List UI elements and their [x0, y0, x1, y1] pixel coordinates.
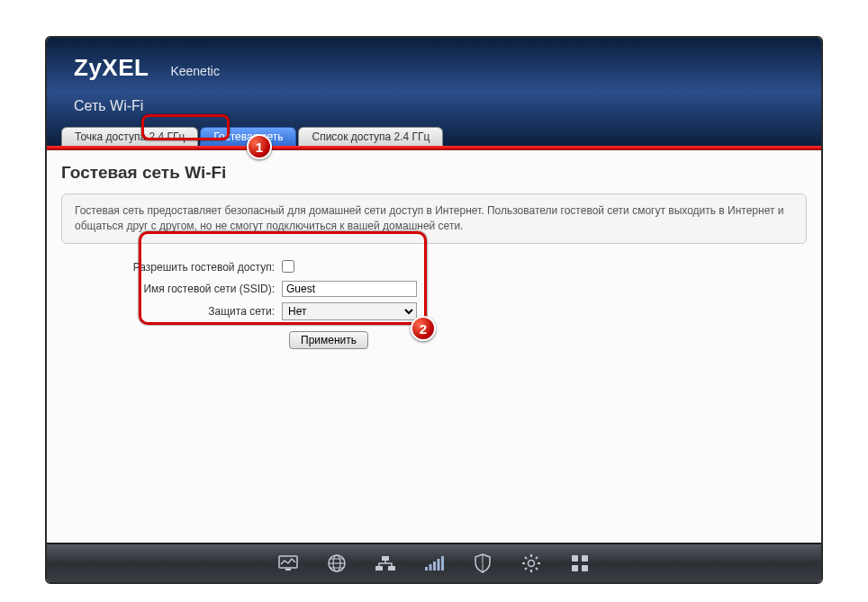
svg-rect-9: [388, 566, 395, 571]
label-security: Защита сети:: [61, 305, 282, 318]
page-title: Сеть Wi-Fi: [74, 98, 794, 114]
apply-button[interactable]: Применить: [289, 331, 368, 349]
tab-bar: Точка доступа 2.4 ГГц Гостевая сеть Спис…: [61, 127, 807, 146]
tab-label: Гостевая сеть: [213, 130, 283, 143]
label-allow-guest: Разрешить гостевой доступ:: [61, 261, 282, 274]
svg-rect-1: [285, 569, 291, 571]
header: ZyXEL Keenetic Сеть Wi-Fi Точка доступа …: [47, 38, 821, 146]
svg-rect-12: [433, 562, 436, 571]
logo: ZyXEL: [74, 54, 149, 82]
svg-rect-11: [429, 564, 432, 571]
section-title: Гостевая сеть Wi-Fi: [61, 163, 807, 183]
svg-line-21: [536, 568, 538, 570]
svg-rect-24: [572, 555, 578, 562]
wifi-icon[interactable]: [422, 552, 446, 575]
info-box: Гостевая сеть предоставляет безопасный д…: [61, 193, 807, 244]
row-allow-guest: Разрешить гостевой доступ:: [61, 260, 807, 275]
shield-icon[interactable]: [471, 552, 494, 575]
checkbox-allow-guest[interactable]: [282, 260, 294, 273]
form-zone: Разрешить гостевой доступ: Имя гостевой …: [61, 255, 807, 355]
svg-line-23: [525, 568, 527, 570]
row-security: Защита сети: Нет: [61, 302, 807, 320]
select-security[interactable]: Нет: [282, 302, 417, 320]
input-ssid[interactable]: [282, 281, 417, 297]
globe-icon[interactable]: [325, 552, 348, 575]
svg-rect-27: [582, 565, 588, 571]
svg-rect-8: [375, 566, 383, 571]
tab-label: Точка доступа 2.4 ГГц: [75, 130, 185, 143]
svg-line-22: [536, 557, 538, 559]
model-name: Keenetic: [170, 64, 219, 78]
svg-line-20: [525, 557, 527, 559]
svg-rect-10: [425, 567, 428, 571]
brand-row: ZyXEL Keenetic: [74, 54, 794, 82]
content-area: Гостевая сеть Wi-Fi Гостевая сеть предос…: [47, 150, 821, 543]
bottom-nav: [47, 543, 821, 582]
tab-label: Список доступа 2.4 ГГц: [312, 130, 429, 143]
gear-icon[interactable]: [520, 552, 543, 575]
row-ssid: Имя гостевой сети (SSID):: [61, 281, 807, 297]
app-frame: ZyXEL Keenetic Сеть Wi-Fi Точка доступа …: [45, 36, 823, 584]
tab-guest-network[interactable]: Гостевая сеть: [200, 127, 296, 146]
svg-point-15: [529, 561, 535, 567]
svg-rect-13: [438, 559, 440, 571]
svg-rect-14: [441, 556, 444, 571]
svg-rect-26: [572, 565, 578, 571]
network-icon[interactable]: [374, 552, 397, 575]
tab-access-list[interactable]: Список доступа 2.4 ГГц: [298, 127, 443, 146]
tab-access-point[interactable]: Точка доступа 2.4 ГГц: [61, 127, 198, 146]
monitor-icon[interactable]: [276, 552, 300, 575]
apps-icon[interactable]: [568, 552, 592, 575]
svg-rect-7: [382, 556, 389, 561]
svg-rect-25: [582, 555, 588, 562]
label-ssid: Имя гостевой сети (SSID):: [61, 283, 282, 295]
